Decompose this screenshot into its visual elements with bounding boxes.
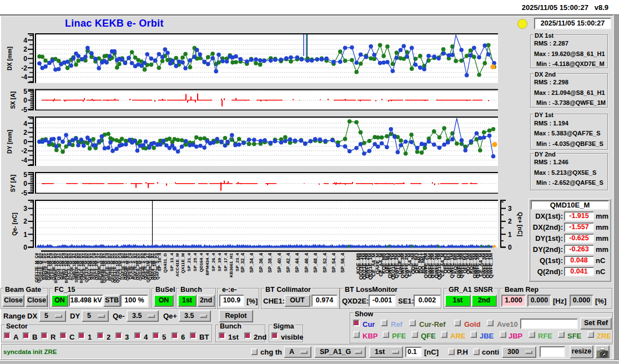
svg-text:SP_10_4: SP_10_4 bbox=[157, 252, 162, 271]
svg-text:0: 0 bbox=[23, 138, 27, 146]
svg-text:4: 4 bbox=[23, 120, 27, 128]
svg-text:0: 0 bbox=[23, 244, 27, 251]
svg-text:2: 2 bbox=[508, 218, 512, 225]
svg-text:2: 2 bbox=[23, 129, 27, 136]
svg-text:BPM434_4: BPM434_4 bbox=[205, 252, 210, 275]
svg-text:SP_46_4: SP_46_4 bbox=[304, 253, 309, 273]
svg-text:SP_39_4: SP_39_4 bbox=[217, 252, 222, 271]
svg-text:SP_34_4: SP_34_4 bbox=[249, 253, 254, 273]
svg-text:QD164_4: QD164_4 bbox=[199, 252, 204, 272]
svg-text:SP_17_4: SP_17_4 bbox=[223, 252, 228, 271]
svg-text:0: 0 bbox=[23, 55, 27, 63]
svg-text:-2: -2 bbox=[21, 64, 27, 72]
svg-text:SX [A]: SX [A] bbox=[9, 92, 16, 109]
svg-text:5: 5 bbox=[23, 88, 27, 95]
svg-text:0: 0 bbox=[508, 244, 512, 251]
svg-text:-5: -5 bbox=[21, 106, 27, 114]
svg-text:SP_48_4: SP_48_4 bbox=[313, 253, 318, 273]
svg-text:5: 5 bbox=[23, 171, 27, 179]
svg-text:SP_13_4: SP_13_4 bbox=[169, 252, 174, 271]
svg-text:SY [A]: SY [A] bbox=[9, 175, 16, 192]
svg-text:QWFE_1M: QWFE_1M bbox=[488, 253, 494, 279]
svg-text:DX [mm]: DX [mm] bbox=[6, 47, 13, 70]
svg-text:3: 3 bbox=[23, 205, 27, 213]
svg-text:SP_26_4: SP_26_4 bbox=[211, 252, 216, 271]
svg-text:1: 1 bbox=[23, 231, 27, 239]
svg-text:DY [mm]: DY [mm] bbox=[6, 130, 13, 154]
svg-text:SP_42_4: SP_42_4 bbox=[285, 253, 291, 273]
svg-text:-2: -2 bbox=[21, 147, 27, 155]
svg-text:1: 1 bbox=[508, 231, 512, 239]
svg-text:2: 2 bbox=[23, 218, 27, 225]
svg-text:0: 0 bbox=[23, 97, 27, 104]
svg-text:Qe- [nC]: Qe- [nC] bbox=[11, 213, 18, 235]
svg-text:SP_54_4: SP_54_4 bbox=[331, 253, 336, 273]
svg-text:SP_25_4: SP_25_4 bbox=[193, 252, 198, 271]
svg-text:SP_36_4: SP_36_4 bbox=[258, 253, 264, 273]
svg-text:-5: -5 bbox=[21, 189, 27, 197]
svg-text:0: 0 bbox=[23, 180, 27, 188]
svg-text:QX11E_M: QX11E_M bbox=[180, 253, 185, 274]
svg-text:SP_21_4: SP_21_4 bbox=[187, 252, 192, 271]
svg-text:-4: -4 bbox=[21, 156, 27, 164]
svg-text:4: 4 bbox=[23, 37, 27, 44]
svg-text:-4: -4 bbox=[21, 73, 27, 81]
svg-text:SP_52_4: SP_52_4 bbox=[322, 253, 328, 273]
svg-text:ACC41E_M: ACC41E_M bbox=[175, 253, 180, 277]
svg-text:2: 2 bbox=[23, 46, 27, 53]
svg-text:SP_40_4: SP_40_4 bbox=[276, 253, 282, 273]
svg-text:SP_32_4: SP_32_4 bbox=[240, 253, 245, 273]
svg-text:KB3661_H1: KB3661_H1 bbox=[229, 252, 234, 277]
svg-text:SP_44_4: SP_44_4 bbox=[294, 253, 300, 273]
svg-text:SP_38_4: SP_38_4 bbox=[267, 253, 273, 273]
svg-text:SP_56_4: SP_56_4 bbox=[340, 253, 345, 273]
svg-text:3: 3 bbox=[508, 205, 512, 213]
svg-text:SP_23_4: SP_23_4 bbox=[235, 252, 240, 271]
svg-text:Qe+ [nC]: Qe+ [nC] bbox=[517, 212, 524, 236]
svg-text:QX431_G: QX431_G bbox=[163, 253, 168, 273]
